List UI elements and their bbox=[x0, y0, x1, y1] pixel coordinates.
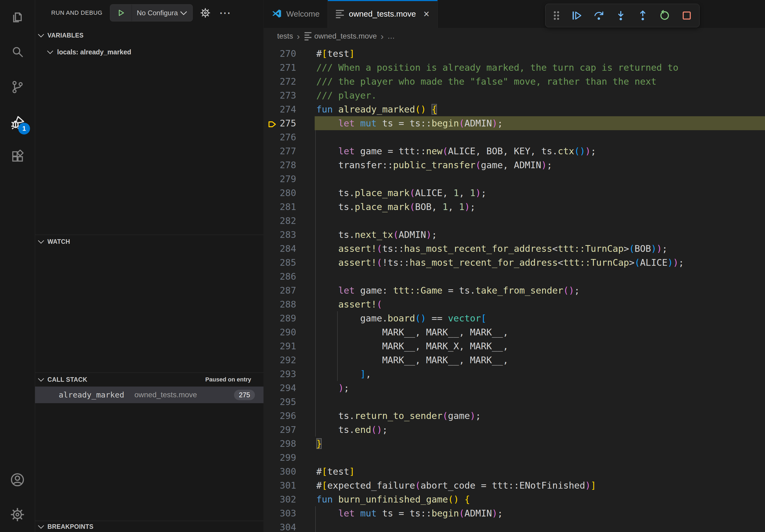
code-line[interactable]: 283 ts.next_tx(ADMIN); bbox=[264, 228, 765, 242]
line-number[interactable]: 299 bbox=[264, 450, 315, 464]
line-number[interactable]: 276 bbox=[264, 130, 315, 144]
code-line-content[interactable]: ts.end(); bbox=[315, 423, 765, 437]
line-number[interactable]: 300 bbox=[264, 464, 315, 478]
code-line-content[interactable]: assert!( bbox=[315, 297, 765, 311]
code-line-content[interactable]: #[test] bbox=[315, 464, 765, 478]
code-line-content[interactable]: #[expected_failure(abort_code = ttt::ENo… bbox=[315, 478, 765, 492]
code-line-content[interactable] bbox=[315, 214, 765, 228]
code-editor[interactable]: 270#[test]271/// When a position is alre… bbox=[264, 45, 765, 532]
line-number[interactable]: 297 bbox=[264, 423, 315, 437]
code-line-content[interactable]: game.board() == vector[ bbox=[315, 311, 765, 325]
code-line-content[interactable]: MARK__, MARK_X, MARK__, bbox=[315, 339, 765, 353]
code-line[interactable]: 294 ); bbox=[264, 381, 765, 395]
variables-section-header[interactable]: VARIABLES bbox=[35, 29, 264, 42]
extensions-icon[interactable] bbox=[0, 139, 35, 174]
code-line-content[interactable]: transfer::public_transfer(game, ADMIN); bbox=[315, 158, 765, 172]
code-line[interactable]: 285 assert!(!ts::has_most_recent_for_add… bbox=[264, 256, 765, 269]
line-number[interactable]: 298 bbox=[264, 437, 315, 450]
code-line-content[interactable]: ts.return_to_sender(game); bbox=[315, 409, 765, 423]
code-line[interactable]: 280 ts.place_mark(ALICE, 1, 1); bbox=[264, 186, 765, 200]
line-number[interactable]: 285 bbox=[264, 256, 315, 269]
line-number[interactable]: 302 bbox=[264, 492, 315, 506]
line-number[interactable]: 296 bbox=[264, 409, 315, 423]
continue-icon[interactable] bbox=[571, 10, 582, 21]
breadcrumb-item-file[interactable]: owned_tests.move bbox=[314, 32, 377, 40]
code-line[interactable]: 276 bbox=[264, 130, 765, 144]
line-number[interactable]: 294 bbox=[264, 381, 315, 395]
stop-icon[interactable] bbox=[681, 10, 692, 21]
line-number[interactable]: 272 bbox=[264, 75, 315, 89]
step-into-icon[interactable] bbox=[615, 10, 626, 21]
code-line[interactable]: 288 assert!( bbox=[264, 297, 765, 311]
code-line[interactable]: 301#[expected_failure(abort_code = ttt::… bbox=[264, 478, 765, 492]
line-number[interactable]: 292 bbox=[264, 353, 315, 367]
code-line-content[interactable]: /// the player who made the "false" move… bbox=[315, 75, 765, 89]
code-line[interactable]: 297 ts.end(); bbox=[264, 423, 765, 437]
drag-grip-icon[interactable] bbox=[552, 10, 560, 21]
code-line[interactable]: 303 let mut ts = ts::begin(ADMIN); bbox=[264, 506, 765, 520]
code-line[interactable]: 298} bbox=[264, 437, 765, 450]
code-line-content[interactable]: let game: ttt::Game = ts.take_from_sende… bbox=[315, 283, 765, 297]
code-line[interactable]: 281 ts.place_mark(BOB, 1, 1); bbox=[264, 200, 765, 214]
line-number[interactable]: 280 bbox=[264, 186, 315, 200]
settings-gear-icon[interactable] bbox=[0, 497, 35, 532]
line-number[interactable]: 275 bbox=[264, 116, 315, 130]
code-line-content[interactable]: MARK__, MARK__, MARK__, bbox=[315, 325, 765, 339]
account-icon[interactable] bbox=[0, 462, 35, 497]
code-line-content[interactable]: let mut ts = ts::begin(ADMIN); bbox=[315, 116, 765, 130]
code-line[interactable]: 289 game.board() == vector[ bbox=[264, 311, 765, 325]
line-number[interactable]: 287 bbox=[264, 283, 315, 297]
tab-owned-tests[interactable]: owned_tests.move × bbox=[328, 0, 437, 28]
code-line-content[interactable]: ); bbox=[315, 381, 765, 395]
code-line-content[interactable]: fun already_marked() { bbox=[315, 102, 765, 116]
line-number[interactable]: 303 bbox=[264, 506, 315, 520]
line-number[interactable]: 277 bbox=[264, 144, 315, 158]
code-line[interactable]: 274fun already_marked() { bbox=[264, 102, 765, 116]
code-line[interactable]: 277 let game = ttt::new(ALICE, BOB, KEY,… bbox=[264, 144, 765, 158]
code-line[interactable]: 282 bbox=[264, 214, 765, 228]
line-number[interactable]: 288 bbox=[264, 297, 315, 311]
code-line[interactable]: 286 bbox=[264, 269, 765, 283]
line-number[interactable]: 281 bbox=[264, 200, 315, 214]
code-line-content[interactable] bbox=[315, 395, 765, 409]
code-line[interactable]: 291 MARK__, MARK_X, MARK__, bbox=[264, 339, 765, 353]
code-line-content[interactable]: assert!(ts::has_most_recent_for_address<… bbox=[315, 242, 765, 256]
code-line-content[interactable] bbox=[315, 172, 765, 186]
breadcrumb-item-symbol[interactable]: … bbox=[387, 32, 395, 40]
line-number[interactable]: 284 bbox=[264, 242, 315, 256]
code-line-content[interactable]: MARK__, MARK__, MARK__, bbox=[315, 353, 765, 367]
line-number[interactable]: 304 bbox=[264, 520, 315, 532]
locals-scope-row[interactable]: locals: already_marked bbox=[35, 45, 264, 59]
code-line[interactable]: 292 MARK__, MARK__, MARK__, bbox=[264, 353, 765, 367]
code-line[interactable]: 287 let game: ttt::Game = ts.take_from_s… bbox=[264, 283, 765, 297]
watch-section-header[interactable]: WATCH bbox=[35, 235, 264, 248]
code-line-content[interactable]: let game = ttt::new(ALICE, BOB, KEY, ts.… bbox=[315, 144, 765, 158]
line-number[interactable]: 290 bbox=[264, 325, 315, 339]
line-number[interactable]: 273 bbox=[264, 89, 315, 102]
code-line-content[interactable] bbox=[315, 130, 765, 144]
code-line-content[interactable] bbox=[315, 450, 765, 464]
code-line[interactable]: 300#[test] bbox=[264, 464, 765, 478]
code-line-content[interactable] bbox=[315, 520, 765, 532]
line-number[interactable]: 295 bbox=[264, 395, 315, 409]
breadcrumb-item-tests[interactable]: tests bbox=[277, 32, 293, 40]
code-line-content[interactable] bbox=[315, 269, 765, 283]
launch-configuration-dropdown[interactable]: No Configura bbox=[110, 4, 193, 21]
restart-icon[interactable] bbox=[659, 10, 670, 21]
source-control-icon[interactable] bbox=[0, 70, 35, 105]
code-line-content[interactable]: fun burn_unfinished_game() { bbox=[315, 492, 765, 506]
line-number[interactable]: 286 bbox=[264, 269, 315, 283]
code-line-content[interactable]: ], bbox=[315, 367, 765, 381]
call-stack-section-header[interactable]: CALL STACK Paused on entry bbox=[35, 373, 264, 386]
code-line[interactable]: 275 let mut ts = ts::begin(ADMIN); bbox=[264, 116, 765, 130]
code-line-content[interactable]: ts.place_mark(ALICE, 1, 1); bbox=[315, 186, 765, 200]
code-line-content[interactable]: } bbox=[315, 437, 765, 450]
code-line[interactable]: 278 transfer::public_transfer(game, ADMI… bbox=[264, 158, 765, 172]
code-line[interactable]: 284 assert!(ts::has_most_recent_for_addr… bbox=[264, 242, 765, 256]
line-number[interactable]: 271 bbox=[264, 61, 315, 75]
code-line[interactable]: 273/// player. bbox=[264, 89, 765, 102]
run-and-debug-icon[interactable]: 1 bbox=[0, 105, 35, 139]
code-line-content[interactable]: /// player. bbox=[315, 89, 765, 102]
breakpoints-section-header[interactable]: BREAKPOINTS bbox=[35, 521, 264, 532]
code-line[interactable]: 299 bbox=[264, 450, 765, 464]
